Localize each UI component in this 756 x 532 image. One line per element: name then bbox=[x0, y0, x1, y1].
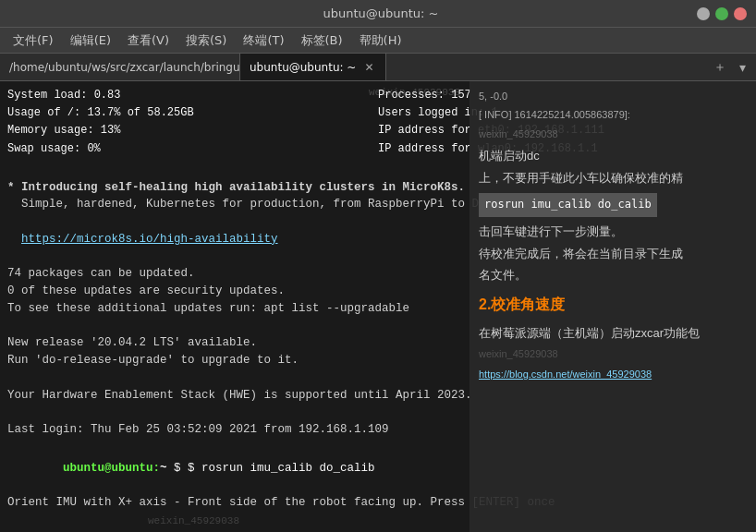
new-tab-button[interactable]: ＋ bbox=[709, 57, 731, 78]
overlay-command-box: rosrun imu_calib do_calib bbox=[479, 193, 657, 216]
menu-terminal[interactable]: 终端(T) bbox=[236, 30, 291, 52]
menu-file[interactable]: 文件(F) bbox=[6, 30, 61, 52]
overlay-bottom-text1: 在树莓派源端（主机端）启动zxcar功能包 bbox=[479, 324, 747, 344]
overlay-next-measure: 击回车键进行下一步测量。 bbox=[479, 223, 747, 242]
sysinfo-load: System load: 0.83 bbox=[7, 87, 378, 104]
window-controls bbox=[697, 7, 747, 20]
menu-edit[interactable]: 编辑(E) bbox=[63, 30, 118, 52]
terminal-container: weixin_45929038 System load: 0.83 Proces… bbox=[0, 81, 756, 532]
window-title: ubuntu@ubuntu: ~ bbox=[65, 6, 697, 20]
maximize-button[interactable] bbox=[715, 7, 728, 20]
tab-bar: /home/ubuntu/ws/src/zxcar/launch/bringup… bbox=[0, 54, 756, 81]
sysinfo-usage: Usage of /: 13.7% of 58.25GB bbox=[7, 104, 378, 122]
overlay-section-heading: 2.校准角速度 bbox=[479, 293, 747, 317]
menu-help[interactable]: 帮助(H) bbox=[352, 30, 409, 52]
overlay-generate-text: 待校准完成后，将会在当前目录下生成 bbox=[479, 245, 747, 264]
overlay-startup-text: 机端启动dc bbox=[479, 147, 747, 166]
prompt-user: ubuntu@ubuntu: bbox=[63, 462, 160, 475]
tab-menu-button[interactable]: ▾ bbox=[735, 58, 750, 77]
overlay-watermark2: weixin_45929038 bbox=[479, 346, 747, 363]
menu-view[interactable]: 查看(V) bbox=[120, 30, 177, 52]
close-button[interactable] bbox=[734, 7, 747, 20]
tab-actions: ＋ ▾ bbox=[709, 54, 756, 80]
sysinfo-memory: Memory usage: 13% bbox=[7, 122, 378, 139]
overlay-filename-text: 名文件。 bbox=[479, 266, 747, 285]
tab-bringup[interactable]: /home/ubuntu/ws/src/zxcar/launch/bringup… bbox=[0, 54, 240, 80]
tab-home[interactable]: ubuntu@ubuntu: ~ ✕ bbox=[240, 54, 386, 80]
sysinfo-swap: Swap usage: 0% bbox=[7, 140, 378, 158]
tab-home-label: ubuntu@ubuntu: ~ bbox=[250, 61, 356, 74]
overlay-watermark1: weixin_45929038 bbox=[479, 127, 747, 143]
prompt-dollar: $ bbox=[167, 462, 189, 475]
menu-tabs[interactable]: 标签(B) bbox=[294, 30, 350, 52]
menu-bar: 文件(F) 编辑(E) 查看(V) 搜索(S) 终端(T) 标签(B) 帮助(H… bbox=[0, 28, 756, 54]
minimize-button[interactable] bbox=[697, 7, 710, 20]
prompt-dir: ~ bbox=[160, 462, 167, 475]
overlay-url: https://blog.csdn.net/weixin_45929038 bbox=[479, 367, 747, 383]
overlay-info-line: [ INFO] 1614225214.005863879]: bbox=[479, 107, 747, 124]
title-bar: ubuntu@ubuntu: ~ bbox=[0, 0, 756, 28]
overlay-caution-text: 上，不要用手碰此小车以确保校准的精 bbox=[479, 169, 747, 188]
overlay-panel: 5, -0.0 [ INFO] 1614225214.005863879]: w… bbox=[469, 81, 756, 532]
overlay-top-numbers: 5, -0.0 bbox=[479, 89, 747, 105]
tab-bringup-label: /home/ubuntu/ws/src/zxcar/launch/bringup… bbox=[9, 61, 240, 74]
of-text: of bbox=[47, 106, 60, 119]
tab-home-close[interactable]: ✕ bbox=[361, 60, 376, 75]
menu-search[interactable]: 搜索(S) bbox=[178, 30, 234, 52]
